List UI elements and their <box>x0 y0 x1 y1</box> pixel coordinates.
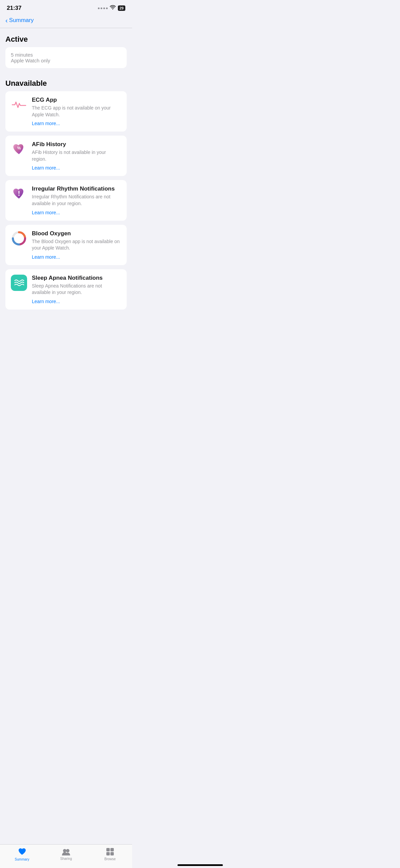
irregular-card: Irregular Rhythm Notifications Irregular… <box>5 180 127 220</box>
irregular-title: Irregular Rhythm Notifications <box>32 185 121 192</box>
active-sub-text: Apple Watch only <box>11 58 121 63</box>
unavailable-heading: Unavailable <box>0 72 132 91</box>
unavailable-section: Unavailable ECG App The ECG app is <box>0 72 132 310</box>
sleep-apnea-desc: Sleep Apnea Notifications are not availa… <box>32 283 121 296</box>
ecg-icon <box>11 97 27 113</box>
irregular-desc: Irregular Rhythm Notifications are not a… <box>32 194 121 207</box>
sleep-apnea-learn-more[interactable]: Learn more... <box>32 299 121 304</box>
signal-icon <box>98 7 108 9</box>
afib-icon-container: % <box>11 141 27 157</box>
ecg-learn-more[interactable]: Learn more... <box>32 121 121 126</box>
afib-card: % AFib History AFib History is not avail… <box>5 136 127 176</box>
active-partial-text: 5 minutes <box>11 52 121 58</box>
svg-text:%: % <box>17 146 21 151</box>
ecg-icon-container <box>11 97 27 113</box>
back-button[interactable]: ‹ Summary <box>5 17 34 24</box>
blood-oxygen-title: Blood Oxygen <box>32 230 121 237</box>
irregular-icon-container <box>11 185 27 202</box>
blood-oxygen-desc: The Blood Oxygen app is not available on… <box>32 238 121 252</box>
nav-bar: ‹ Summary <box>0 14 132 28</box>
sleep-apnea-icon-container <box>11 275 27 291</box>
active-card: 5 minutes Apple Watch only <box>5 47 127 68</box>
svg-rect-4 <box>19 191 20 194</box>
irregular-rhythm-icon <box>11 185 27 202</box>
blood-oxygen-icon <box>11 230 27 246</box>
page-content: Active 5 minutes Apple Watch only Unavai… <box>0 28 132 344</box>
afib-learn-more[interactable]: Learn more... <box>32 165 121 171</box>
status-time: 21:37 <box>7 5 21 12</box>
back-chevron-icon: ‹ <box>5 17 8 24</box>
sleep-apnea-card: Sleep Apnea Notifications Sleep Apnea No… <box>5 269 127 310</box>
active-section: Active 5 minutes Apple Watch only <box>0 28 132 68</box>
ecg-title: ECG App <box>32 97 121 103</box>
afib-title: AFib History <box>32 141 121 148</box>
blood-oxygen-learn-more[interactable]: Learn more... <box>32 254 121 260</box>
back-label: Summary <box>9 17 34 24</box>
ecg-card: ECG App The ECG app is not available on … <box>5 91 127 132</box>
afib-card-body: AFib History AFib History is not availab… <box>32 141 121 171</box>
sleep-apnea-title: Sleep Apnea Notifications <box>32 275 121 281</box>
afib-desc: AFib History is not available in your re… <box>32 149 121 162</box>
irregular-learn-more[interactable]: Learn more... <box>32 210 121 215</box>
ecg-desc: The ECG app is not available on your App… <box>32 105 121 118</box>
battery-icon: 29 <box>118 5 125 11</box>
wifi-icon <box>110 5 116 11</box>
status-icons: 29 <box>98 5 125 11</box>
active-heading: Active <box>0 28 132 47</box>
irregular-card-body: Irregular Rhythm Notifications Irregular… <box>32 185 121 215</box>
ecg-card-body: ECG App The ECG app is not available on … <box>32 97 121 126</box>
blood-oxygen-card-body: Blood Oxygen The Blood Oxygen app is not… <box>32 230 121 260</box>
sleep-apnea-card-body: Sleep Apnea Notifications Sleep Apnea No… <box>32 275 121 304</box>
status-bar: 21:37 29 <box>0 0 132 14</box>
afib-icon: % <box>11 140 27 158</box>
sleep-apnea-icon <box>11 275 27 291</box>
blood-oxygen-card: Blood Oxygen The Blood Oxygen app is not… <box>5 225 127 265</box>
blood-oxygen-icon-container <box>11 230 27 246</box>
svg-point-5 <box>18 195 20 196</box>
